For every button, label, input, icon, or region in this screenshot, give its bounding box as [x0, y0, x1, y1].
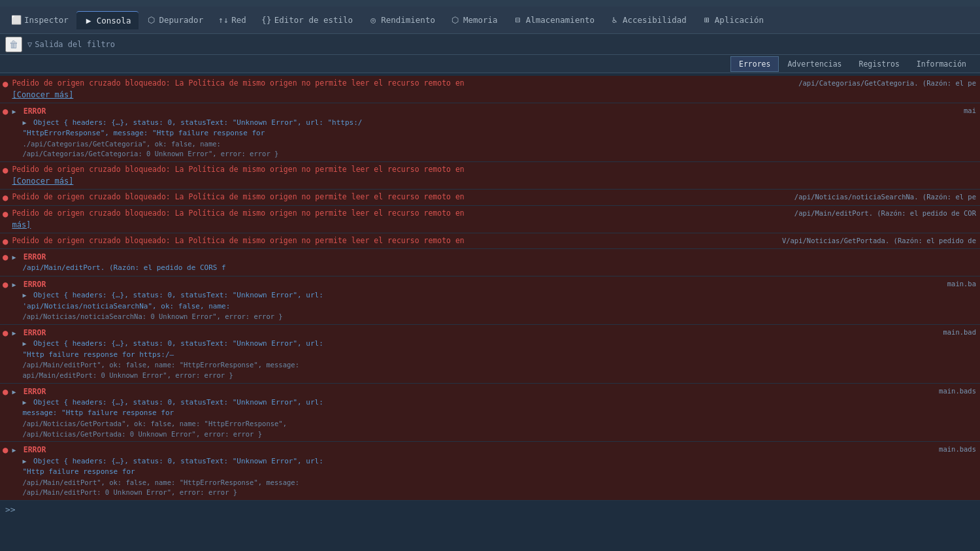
error-object-line4: /api/Main/editPort: 0 Unknown Error", er…: [12, 488, 934, 498]
console-entry: ● Pedido de origen cruzado bloqueado: La…: [0, 233, 980, 249]
error-icon: ●: [3, 444, 8, 455]
tab-inspector-label: Inspector: [24, 15, 69, 25]
entry-text: Pedido de origen cruzado bloqueado: La P…: [12, 192, 789, 203]
error-object-line3: /api/Main/editPort", ok: false, name: "H…: [12, 360, 938, 371]
filter-errors-label: Errores: [739, 59, 770, 69]
error-object: ▶ Object { headers: {…}, status: 0, stat…: [12, 118, 958, 129]
entry-text: ▶ ERROR ▶ Object { headers: {…}, status:…: [12, 444, 934, 498]
entry-text: ▶ ERROR ▶ Object { headers: {…}, status:…: [12, 105, 958, 159]
input-prompt: >>: [5, 505, 16, 514]
error-label: ERROR: [24, 387, 46, 396]
entry-text: ▶ ERROR /api/Main/editPort. (Razón: el p…: [12, 251, 976, 274]
console-icon: ▶: [84, 16, 93, 25]
filter-tab-info[interactable]: Información: [908, 56, 975, 72]
accessibility-icon: ♿: [610, 16, 619, 25]
expand-arrow[interactable]: ▶: [12, 108, 16, 115]
devtools-tabbar: ⬜ Inspector ▶ Consola ⬡ Depurador ↑↓ Red…: [0, 7, 980, 34]
console-entry: ● ▶ ERROR ▶ Object { headers: {…}, statu…: [0, 384, 980, 442]
source-ref: main.ba: [942, 280, 976, 288]
error-object-line3: /api/Main/editPort", ok: false, name: "H…: [12, 478, 934, 488]
expand-arrow[interactable]: ▶: [12, 254, 16, 261]
console-input-line: >>: [0, 501, 980, 518]
tab-console-label: Consola: [97, 16, 131, 25]
tab-storage[interactable]: ⊟ Almacenamiento: [506, 11, 602, 29]
expand-arrow[interactable]: ▶: [12, 281, 16, 288]
error-message: Pedido de origen cruzado bloqueado: La P…: [12, 208, 789, 219]
source-ref: /api/Categorias/GetCategoria. (Razón: el…: [793, 79, 976, 87]
filter-icon: ▽: [27, 40, 32, 49]
console-toolbar: 🗑 ▽ Salida del filtro: [0, 34, 980, 55]
expand-arrow[interactable]: ▶: [12, 329, 16, 337]
filter-tab-warnings[interactable]: Advertencias: [779, 56, 850, 72]
tab-debugger-label: Depurador: [159, 15, 203, 25]
tab-network[interactable]: ↑↓ Red: [211, 11, 254, 29]
source-ref: mai: [958, 107, 976, 114]
filter-info-label: Información: [917, 59, 966, 69]
entry-text: Pedido de origen cruzado bloqueado: La P…: [12, 208, 789, 231]
console-entry: ● ▶ ERROR ▶ Object { headers: {…}, statu…: [0, 325, 980, 384]
memory-icon: ⬡: [451, 16, 460, 25]
error-object: ▶ Object { headers: {…}, status: 0, stat…: [12, 456, 934, 467]
error-icon: ●: [3, 236, 8, 246]
error-icon: ●: [3, 386, 8, 397]
browser-chrome: [0, 0, 980, 7]
error-message: Pedido de origen cruzado bloqueado: La P…: [12, 235, 776, 246]
error-message: Pedido de origen cruzado bloqueado: La P…: [12, 78, 793, 89]
learn-more-link[interactable]: [Conocer más]: [12, 90, 73, 99]
tab-performance[interactable]: ◎ Rendimiento: [361, 11, 443, 29]
error-icon: ●: [3, 165, 8, 175]
error-object-line4: /api/Categorias/GetCategoria: 0 Unknown …: [12, 149, 958, 159]
error-object-line2: "Http failure response for https:/—: [12, 350, 938, 361]
console-output: ● Pedido de origen cruzado bloqueado: La…: [0, 73, 980, 551]
filter-tab-errors[interactable]: Errores: [730, 56, 779, 72]
source-ref: main.bads: [934, 445, 976, 453]
learn-more-link[interactable]: [Conocer más]: [12, 176, 73, 186]
error-label: ERROR: [24, 107, 46, 116]
tab-inspector[interactable]: ⬜ Inspector: [4, 11, 76, 29]
console-entry: ● ▶ ERROR /api/Main/editPort. (Razón: el…: [0, 249, 980, 276]
expand-arrow[interactable]: ▶: [12, 388, 16, 395]
error-icon: ●: [3, 209, 8, 219]
source-ref: main.bads: [934, 387, 976, 395]
error-message: Pedido de origen cruzado bloqueado: La P…: [12, 164, 976, 175]
filter-tab-logs[interactable]: Registros: [851, 56, 908, 72]
error-object-line3: ./api/Categorias/GetCategoria", ok: fals…: [12, 139, 958, 150]
tab-style-label: Editor de estilo: [274, 15, 353, 25]
entry-text: ▶ ERROR ▶ Object { headers: {…}, status:…: [12, 327, 938, 381]
learn-more-link[interactable]: más]: [12, 220, 31, 229]
storage-icon: ⊟: [514, 16, 523, 25]
tab-application[interactable]: ⊞ Aplicación: [694, 11, 772, 29]
error-icon: ●: [3, 252, 8, 262]
filter-label: Salida del filtro: [35, 40, 115, 49]
error-label: ERROR: [24, 328, 46, 337]
tab-accessibility[interactable]: ♿ Accesibilidad: [602, 11, 694, 29]
source-ref: /api/Main/editPort. (Razón: el pedido de…: [789, 209, 976, 217]
inspector-icon: ⬜: [12, 16, 21, 25]
performance-icon: ◎: [368, 16, 378, 25]
network-icon: ↑↓: [219, 16, 228, 25]
error-object-line2: "Http failure response for: [12, 467, 934, 478]
entry-text: Pedido de origen cruzado bloqueado: La P…: [12, 164, 976, 187]
filter-logs-label: Registros: [859, 59, 900, 69]
error-object-line2: 'api/Noticias/noticiaSearchNa", ok: fals…: [12, 301, 941, 312]
tab-style-editor[interactable]: {} Editor de estilo: [254, 11, 361, 29]
error-object-line2: message: "Http failure response for: [12, 408, 934, 419]
error-label: ERROR: [24, 445, 46, 454]
filter-wrapper: ▽ Salida del filtro: [27, 40, 115, 49]
tab-memory[interactable]: ⬡ Memoria: [443, 11, 506, 29]
expand-arrow[interactable]: ▶: [12, 446, 16, 454]
error-object: ▶ Object { headers: {…}, status: 0, stat…: [12, 339, 938, 350]
error-object: ▶ Object { headers: {…}, status: 0, stat…: [12, 290, 941, 301]
tab-storage-label: Almacenamiento: [526, 15, 595, 25]
tab-console[interactable]: ▶ Consola: [76, 11, 139, 29]
error-icon: ●: [3, 78, 8, 89]
error-icon: ●: [3, 106, 8, 116]
console-entry: ● ▶ ERROR ▶ Object { headers: {…}, statu…: [0, 442, 980, 501]
error-label: ERROR: [24, 252, 46, 261]
error-message: Pedido de origen cruzado bloqueado: La P…: [12, 192, 789, 203]
clear-console-button[interactable]: 🗑: [5, 37, 22, 52]
error-icon: ●: [3, 327, 8, 338]
tab-debugger[interactable]: ⬡ Depurador: [139, 11, 211, 29]
console-input[interactable]: [21, 505, 217, 514]
source-ref: /api/Noticias/noticiaSearchNa. (Razón: e…: [789, 193, 976, 201]
